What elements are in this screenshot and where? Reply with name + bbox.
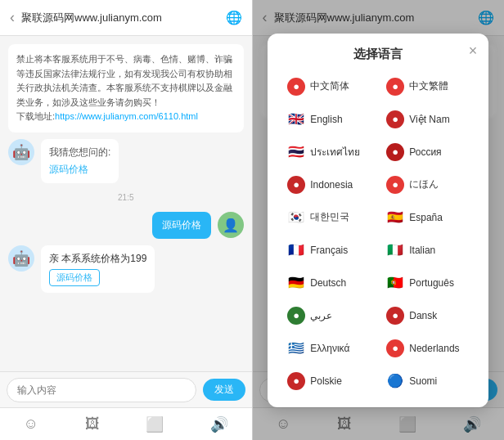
lang-item-ru[interactable]: ●Россия xyxy=(380,139,475,165)
bot-avatar-2: 🤖 xyxy=(8,245,34,272)
download-label: 下载地址: xyxy=(16,111,55,121)
right-panel: ‹ 聚联源码网www.julianym.com 🌐 禁止将本客服系统用于不号、病… xyxy=(253,0,505,440)
bot-link-1[interactable]: 源码价格 xyxy=(49,164,88,175)
lang-flag-th: 🇹🇭 xyxy=(287,143,305,161)
left-header-left: ‹ 聚联源码网www.julianym.com xyxy=(10,9,162,26)
lang-label-pt: Português xyxy=(409,277,454,289)
lang-flag-pt: 🇵🇹 xyxy=(386,274,404,292)
volume-icon[interactable]: 🔊 xyxy=(210,415,228,433)
lang-label-ar: عربي xyxy=(310,310,332,321)
lang-label-ja: にほん xyxy=(409,177,439,191)
price-tag[interactable]: 源码价格 xyxy=(49,269,100,286)
left-header: ‹ 聚联源码网www.julianym.com 🌐 xyxy=(0,0,252,36)
lang-label-da: Dansk xyxy=(409,310,437,321)
lang-item-fr[interactable]: 🇫🇷Français xyxy=(281,237,376,263)
emoji-icon[interactable]: ☺ xyxy=(23,415,38,433)
lang-item-fi[interactable]: 🔵Suomi xyxy=(380,368,475,394)
lang-flag-zh-hans: ● xyxy=(287,78,305,96)
lang-flag-pl: ● xyxy=(287,372,305,390)
bot-avatar-1: 🤖 xyxy=(8,139,34,165)
lang-item-it[interactable]: 🇮🇹Italian xyxy=(380,237,475,263)
left-chat-area: 禁止将本客服系统用于不号、病毒、色情、赌博、诈骗等违反国家法律法规行业，如有发现… xyxy=(0,36,252,371)
lang-item-de[interactable]: 🇩🇪Deutsch xyxy=(281,270,376,296)
lang-item-ko[interactable]: 🇰🇷대한민국 xyxy=(281,204,376,231)
system-message-text: 禁止将本客服系统用于不号、病毒、色情、赌博、诈骗等违反国家法律法规行业，如有发现… xyxy=(16,54,232,107)
lang-item-da[interactable]: ●Dansk xyxy=(380,303,475,329)
language-grid: ●中文简体●中文繁體🇬🇧English●Việt Nam🇹🇭ประเทศไทย●… xyxy=(281,74,475,394)
left-send-button[interactable]: 发送 xyxy=(203,379,245,401)
timestamp: 21:5 xyxy=(8,193,244,202)
user-message-row: 源码价格 👤 xyxy=(8,212,244,239)
lang-label-zh-hans: 中文简体 xyxy=(310,79,349,93)
user-avatar: 👤 xyxy=(218,212,244,238)
lang-flag-ja: ● xyxy=(386,176,404,194)
lang-item-nl[interactable]: ●Nederlands xyxy=(380,335,475,361)
lang-flag-de: 🇩🇪 xyxy=(287,274,305,292)
modal-title: 选择语言 xyxy=(281,47,475,62)
lang-flag-ko: 🇰🇷 xyxy=(287,209,305,227)
download-link[interactable]: https://www.julianym.com/6110.html xyxy=(55,111,198,121)
lang-item-th[interactable]: 🇹🇭ประเทศไทย xyxy=(281,139,376,165)
guess-text: 我猜您想问的: xyxy=(49,146,110,159)
bot-message-row-2: 🤖 亲 本系系统价格为199 源码价格 xyxy=(8,245,244,293)
lang-label-pl: Polskie xyxy=(310,375,342,387)
lang-label-nl: Nederlands xyxy=(409,343,459,354)
lang-flag-el: 🇬🇷 xyxy=(287,339,305,357)
lang-label-fr: Français xyxy=(310,245,348,256)
lang-label-fi: Suomi xyxy=(409,375,437,387)
left-header-title: 聚联源码网www.julianym.com xyxy=(21,11,162,25)
lang-flag-vi: ● xyxy=(386,110,404,128)
lang-item-el[interactable]: 🇬🇷Ελληνικά xyxy=(281,335,376,361)
left-input-field[interactable] xyxy=(7,378,196,402)
lang-flag-id: ● xyxy=(287,176,305,194)
lang-label-el: Ελληνικά xyxy=(310,343,349,354)
lang-label-vi: Việt Nam xyxy=(409,114,449,125)
globe-icon[interactable]: 🌐 xyxy=(226,10,242,25)
modal-close-button[interactable]: × xyxy=(469,43,478,58)
lang-item-en[interactable]: 🇬🇧English xyxy=(281,106,376,132)
lang-item-zh-hant[interactable]: ●中文繁體 xyxy=(380,74,475,100)
lang-label-de: Deutsch xyxy=(310,277,346,289)
lang-item-pt[interactable]: 🇵🇹Português xyxy=(380,270,475,296)
image-icon[interactable]: 🖼 xyxy=(85,415,100,433)
lang-label-it: Italian xyxy=(409,245,435,256)
modal-overlay[interactable]: 选择语言 × ●中文简体●中文繁體🇬🇧English●Việt Nam🇹🇭ประ… xyxy=(253,0,505,440)
bot-price-text: 亲 本系系统价格为199 xyxy=(49,252,146,266)
lang-label-ru: Россия xyxy=(409,146,441,158)
lang-flag-en: 🇬🇧 xyxy=(287,110,305,128)
lang-flag-ar: ● xyxy=(287,307,305,325)
lang-flag-zh-hant: ● xyxy=(386,78,404,96)
lang-label-ko: 대한민국 xyxy=(310,210,349,224)
lang-flag-ru: ● xyxy=(386,143,404,161)
lang-label-es: España xyxy=(409,212,443,223)
lang-flag-da: ● xyxy=(386,307,404,325)
left-bottom-bar: ☺ 🖼 ⬜ 🔊 xyxy=(0,407,252,440)
lang-flag-fi: 🔵 xyxy=(386,372,404,390)
system-message: 禁止将本客服系统用于不号、病毒、色情、赌博、诈骗等违反国家法律法规行业，如有发现… xyxy=(8,44,244,132)
bot-bubble-2: 亲 本系系统价格为199 源码价格 xyxy=(41,245,155,293)
left-input-bar: 发送 xyxy=(0,371,252,407)
lang-item-ja[interactable]: ●にほん xyxy=(380,172,475,198)
lang-flag-nl: ● xyxy=(386,339,404,357)
language-modal: 选择语言 × ●中文简体●中文繁體🇬🇧English●Việt Nam🇹🇭ประ… xyxy=(268,34,488,407)
lang-item-id[interactable]: ●Indonesia xyxy=(281,172,376,198)
lang-label-en: English xyxy=(310,114,342,125)
lang-flag-it: 🇮🇹 xyxy=(386,241,404,259)
back-arrow-icon[interactable]: ‹ xyxy=(10,9,15,26)
folder-icon[interactable]: ⬜ xyxy=(146,415,164,433)
bot-bubble-1: 我猜您想问的: 源码价格 xyxy=(41,139,119,183)
lang-label-zh-hant: 中文繁體 xyxy=(409,79,448,93)
lang-label-th: ประเทศไทย xyxy=(310,144,360,159)
lang-item-pl[interactable]: ●Polskie xyxy=(281,368,376,394)
lang-flag-es: 🇪🇸 xyxy=(386,209,404,227)
left-panel: ‹ 聚联源码网www.julianym.com 🌐 禁止将本客服系统用于不号、病… xyxy=(0,0,252,440)
lang-label-id: Indonesia xyxy=(310,179,353,191)
lang-item-vi[interactable]: ●Việt Nam xyxy=(380,106,475,132)
lang-flag-fr: 🇫🇷 xyxy=(287,241,305,259)
lang-item-es[interactable]: 🇪🇸España xyxy=(380,204,475,231)
bot-message-row-1: 🤖 我猜您想问的: 源码价格 xyxy=(8,139,244,183)
lang-item-zh-hans[interactable]: ●中文简体 xyxy=(281,74,376,100)
user-bubble: 源码价格 xyxy=(152,212,211,239)
lang-item-ar[interactable]: ●عربي xyxy=(281,303,376,329)
